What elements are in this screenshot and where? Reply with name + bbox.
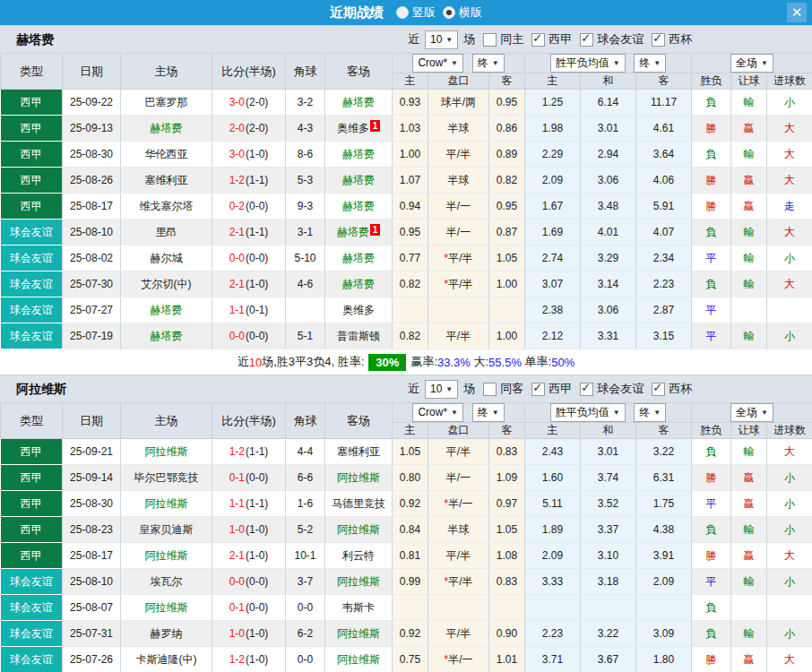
handicap-line: 半/一 (448, 653, 472, 666)
result-cell: 勝 (692, 647, 731, 672)
fulltime-score: 1-0 (229, 523, 245, 536)
home-team-cell: 皇家贝迪斯 (121, 517, 212, 543)
halftime-score: (2-0) (246, 96, 268, 108)
eu-away-odds-cell: 4.61 (636, 116, 692, 142)
result-cell: 負 (692, 90, 731, 116)
same-venue-checkbox[interactable] (483, 33, 497, 47)
games-count-select[interactable]: 10▼ (425, 380, 458, 399)
col-header-date: 日期 (63, 54, 121, 90)
games-count-select[interactable]: 10▼ (425, 30, 458, 49)
crow-away-odds-cell: 0.95 (489, 90, 525, 116)
league-checkbox-friendly[interactable] (580, 383, 593, 396)
eu-away-odds-cell (636, 595, 692, 621)
odds-stage-select-1[interactable]: 终▼ (472, 403, 505, 422)
avg-odds-select[interactable]: 胜平负均值▼ (550, 54, 626, 73)
home-team-cell: 阿拉维斯 (121, 595, 212, 621)
score-cell: 0-0(0-0) (212, 323, 286, 349)
bookmaker-select[interactable]: Crow*▼ (412, 54, 463, 73)
fulltime-score: 3-0 (229, 148, 245, 160)
result-cell: 勝 (692, 116, 731, 142)
league-label-cup[interactable]: 西杯 (669, 31, 692, 47)
eu-home-odds-cell: 2.23 (525, 621, 581, 647)
near-label: 近 (408, 381, 419, 397)
section-header: 赫塔费 近 10▼ 场 同主 西甲 球会友谊 西杯 (0, 25, 812, 53)
vertical-layout-label[interactable]: 竖版 (412, 4, 436, 21)
vertical-layout-radio[interactable] (396, 6, 409, 19)
away-team-cell: 赫塔费 (325, 194, 393, 220)
fulltime-score: 0-1 (229, 471, 245, 484)
summary-fragment: 场,胜3平3负4, 胜率: (262, 354, 364, 370)
home-team-cell: 艾尔切(中) (121, 271, 212, 297)
away-team-cell: 赫塔费 (325, 90, 393, 116)
close-icon[interactable]: ✕ (787, 3, 807, 22)
crow-home-odds-cell: 0.95 (393, 220, 428, 246)
same-venue-checkbox[interactable] (483, 383, 497, 396)
league-checkbox-cup[interactable] (652, 33, 665, 47)
away-team-name: 赫塔费 (342, 278, 375, 290)
league-label-laliga[interactable]: 西甲 (549, 31, 572, 47)
match-row: 西甲 25-08-17 维戈塞尔塔 0-2(0-0) 9-3 赫塔费 0.94 … (1, 194, 812, 220)
avg-odds-select[interactable]: 胜平负均值▼ (550, 403, 626, 422)
filter-bar: 近 10▼ 场 同客 西甲 球会友谊 西杯 (405, 375, 695, 402)
league-label-friendly[interactable]: 球会友谊 (597, 31, 644, 47)
col-header-crow-away: 客 (489, 423, 525, 439)
col-header-crow-home: 主 (393, 73, 428, 90)
eu-away-odds-cell: 11.17 (636, 90, 692, 116)
crow-home-odds-cell: 0.75 (393, 647, 428, 672)
scope-select[interactable]: 全场▼ (730, 403, 773, 422)
col-header-crow-home: 主 (393, 423, 428, 439)
away-team-name: 赫塔费 (337, 226, 369, 238)
same-venue-label[interactable]: 同主 (500, 31, 523, 47)
bookmaker-select[interactable]: Crow*▼ (412, 403, 463, 422)
crow-away-odds-cell: 0.82 (489, 168, 525, 194)
eu-home-odds-cell: 3.71 (525, 647, 581, 672)
home-team-name: 阿拉维斯 (145, 549, 188, 562)
date-cell: 25-09-13 (63, 116, 121, 142)
league-label-cup[interactable]: 西杯 (669, 381, 692, 397)
eu-home-odds-cell: 2.12 (525, 323, 581, 349)
home-team-name: 塞维利亚 (145, 174, 188, 186)
odds-stage-select-2[interactable]: 终▼ (634, 403, 666, 422)
summary-fragment: 33.3% (437, 356, 471, 369)
eu-away-odds-cell: 3.15 (636, 323, 692, 349)
league-checkbox-cup[interactable] (652, 383, 665, 396)
dialog-titlebar: 近期战绩 竖版 横版 ✕ (0, 0, 812, 25)
handicap-result-cell: 贏 (731, 647, 767, 672)
horizontal-layout-label[interactable]: 横版 (459, 4, 482, 21)
goals-result-cell: 大 (767, 220, 812, 246)
eu-draw-odds-cell: 3.14 (581, 271, 636, 297)
handicap-line: 平/半 (448, 575, 472, 588)
league-checkbox-laliga[interactable] (531, 383, 545, 396)
handicap-line: 平/半 (446, 148, 471, 160)
eu-draw-odds-cell: 3.48 (581, 194, 636, 220)
same-venue-label[interactable]: 同客 (500, 381, 523, 397)
horizontal-layout-radio[interactable] (443, 6, 455, 19)
handicap-line: 平/半 (446, 330, 471, 342)
scope-select[interactable]: 全场▼ (730, 54, 773, 73)
odds-stage-select-2[interactable]: 终▼ (634, 54, 666, 73)
corners-cell: 0-0 (286, 595, 325, 621)
corners-cell (286, 297, 325, 323)
eu-draw-odds-cell: 3.22 (581, 621, 636, 647)
corners-cell: 10-1 (286, 543, 325, 569)
team-section: 阿拉维斯 近 10▼ 场 同客 西甲 球会友谊 西杯 (0, 375, 812, 672)
match-row: 球会友谊 25-08-10 里昂 2-1(1-1) 3-1 赫塔费1 0.95 … (1, 220, 812, 246)
eu-away-odds-cell: 6.31 (636, 465, 692, 491)
away-team-name: 阿拉维斯 (337, 653, 380, 666)
match-type-cell: 球会友谊 (1, 621, 63, 647)
league-checkbox-friendly[interactable] (580, 33, 593, 47)
col-header-score: 比分(半场) (212, 403, 286, 439)
odds-stage-select-1[interactable]: 终▼ (472, 54, 505, 73)
league-label-laliga[interactable]: 西甲 (549, 381, 572, 397)
league-checkbox-laliga[interactable] (531, 33, 545, 47)
league-label-friendly[interactable]: 球会友谊 (597, 381, 644, 397)
away-team-cell: 赫塔费 (325, 168, 393, 194)
match-type-cell: 西甲 (1, 116, 63, 142)
crow-away-odds-cell: 0.89 (489, 142, 525, 168)
eu-home-odds-cell (525, 595, 581, 621)
match-row: 球会友谊 25-07-27 赫塔费 1-1(0-1) 奥维多 2.38 3.06… (1, 297, 812, 323)
eu-home-odds-cell: 2.43 (525, 439, 581, 465)
fulltime-score: 1-0 (229, 627, 245, 640)
goals-result-cell (767, 297, 812, 323)
halftime-score: (1-1) (246, 174, 268, 186)
